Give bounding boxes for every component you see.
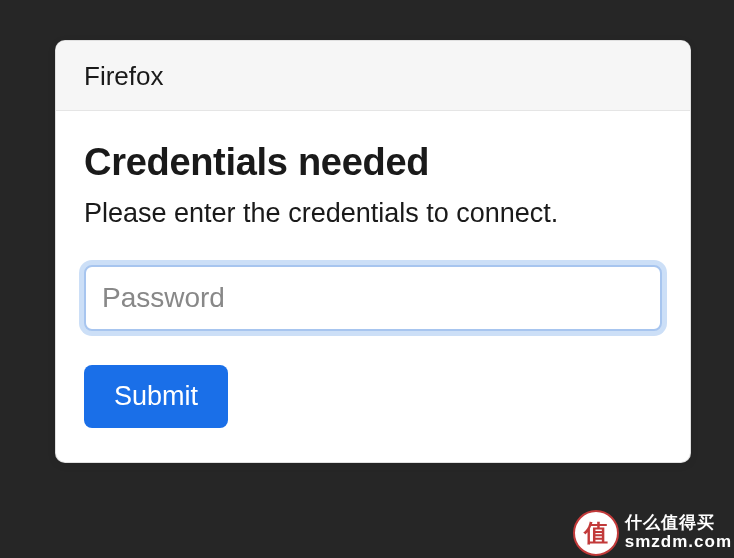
dialog-title: Firefox (56, 41, 690, 111)
submit-button[interactable]: Submit (84, 365, 228, 428)
dialog-body: Credentials needed Please enter the cred… (56, 111, 690, 462)
watermark-line2: smzdm.com (625, 533, 732, 552)
watermark: 值 什么值得买 smzdm.com (567, 506, 734, 558)
watermark-badge-icon: 值 (573, 510, 619, 556)
password-input[interactable] (84, 265, 662, 331)
watermark-text: 什么值得买 smzdm.com (625, 514, 732, 551)
credentials-heading: Credentials needed (84, 141, 662, 184)
watermark-line1: 什么值得买 (625, 514, 732, 533)
auth-dialog: Firefox Credentials needed Please enter … (55, 40, 691, 463)
credentials-description: Please enter the credentials to connect. (84, 198, 662, 229)
